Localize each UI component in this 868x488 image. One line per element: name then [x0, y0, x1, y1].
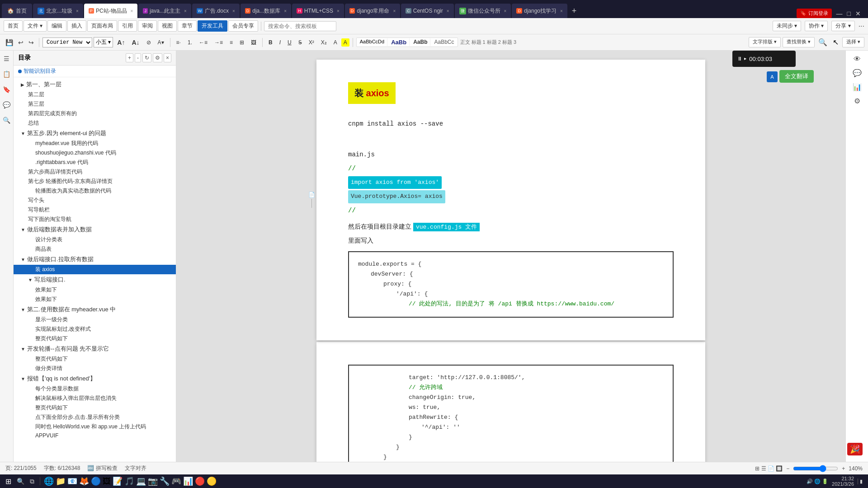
tab-homepage[interactable]: 🏠 首页	[2, 4, 32, 18]
toc-item[interactable]: 总结	[14, 118, 176, 128]
toc-item[interactable]: 写下面的淘宝导航	[14, 215, 176, 224]
spell-check-btn[interactable]: 🔤 拼写检查	[87, 465, 117, 472]
right-icon-3[interactable]: 📊	[853, 83, 862, 91]
toc-item[interactable]: ▼ 开发轮播--点有问题 先不显示它	[14, 343, 176, 354]
toc-item[interactable]: ▼ 第五步.因为 element-ui 的问题	[14, 128, 176, 139]
nav-icon-1[interactable]: ☰	[4, 53, 9, 64]
toc-item[interactable]: 整页代码如下	[14, 403, 176, 413]
style-normal[interactable]: AaBbCcDd	[357, 38, 387, 46]
win-search-icon[interactable]: 🔍	[15, 478, 26, 485]
toc-item[interactable]: 每个分类显示数据	[14, 384, 176, 394]
share-btn[interactable]: 分享 ▾	[831, 21, 854, 31]
toc-item[interactable]: shoushuojieguo.zhanshi.vue 代码	[14, 148, 176, 158]
toc-item[interactable]: myheader.vue 我用的代码	[14, 139, 176, 148]
win-app-9[interactable]: 💻	[136, 476, 146, 486]
win-app-13[interactable]: 📊	[183, 476, 193, 486]
close-icon[interactable]: ×	[337, 9, 340, 14]
font-color-btn[interactable]: A▾	[155, 38, 167, 47]
close-icon[interactable]: ×	[447, 9, 449, 14]
win-app-1[interactable]: 🌐	[44, 476, 54, 486]
tab-wechat[interactable]: 微 微信公众号所 ×	[455, 4, 511, 18]
toc-item[interactable]: 写个头	[14, 196, 176, 205]
menu-edit[interactable]: 编辑	[47, 20, 66, 32]
win-app-14[interactable]: 🔴	[195, 476, 205, 486]
video-play-icon[interactable]: ⏸ ▶	[737, 56, 746, 62]
decrease-indent-btn[interactable]: ←≡	[196, 38, 210, 47]
tab-django-study[interactable]: D django找学习 ×	[512, 4, 567, 18]
select-btn[interactable]: 选择 ▾	[842, 37, 864, 47]
cursor-icon[interactable]: ↖	[831, 37, 840, 47]
menu-reference[interactable]: 引用	[118, 20, 137, 32]
menu-file[interactable]: 文件 ▾	[24, 20, 47, 32]
font-name-select[interactable]: Courier New	[42, 38, 92, 47]
close-icon[interactable]: ×	[504, 9, 507, 14]
align-btns[interactable]: ≡	[227, 38, 236, 47]
toc-item[interactable]: ▶ 第一、第一层	[14, 79, 176, 90]
nav-icon-2[interactable]: 📋	[3, 69, 10, 80]
close-icon[interactable]: ×	[232, 9, 235, 14]
tab-centos[interactable]: C CentOS ngir ×	[401, 4, 453, 18]
search-template-input[interactable]	[264, 21, 336, 31]
restore-btn[interactable]: □	[847, 10, 851, 17]
close-icon[interactable]: ×	[284, 9, 287, 14]
zoom-in-btn[interactable]: +	[842, 465, 845, 472]
user-login-btn[interactable]: 🔖 订阅登录	[797, 9, 831, 18]
toc-item[interactable]: ▼ 写后端接口.	[14, 274, 176, 285]
save-icon[interactable]: 💾	[4, 38, 15, 47]
toc-item[interactable]: 实现鼠标划过,改变样式	[14, 324, 176, 334]
nav-icon-5[interactable]: 🔍	[3, 115, 10, 126]
font-size-dropdown[interactable]: 小五 ▾	[94, 37, 113, 47]
smart-toc-btn[interactable]: 智能识别目录	[24, 67, 56, 75]
bold-btn[interactable]: B	[266, 38, 275, 47]
tab-django[interactable]: D django常用命 ×	[345, 4, 400, 18]
toc-item[interactable]: 设计分类表	[14, 235, 176, 244]
font-color2-btn[interactable]: A	[331, 38, 340, 47]
more-btn[interactable]: ···	[859, 22, 864, 30]
number-list-btn[interactable]: 1.	[185, 38, 195, 47]
win-task-view[interactable]: ⧉	[28, 478, 36, 485]
table-btn[interactable]: ⊞	[237, 38, 247, 47]
toc-item[interactable]: 写导航栏	[14, 205, 176, 215]
win-app-12[interactable]: 🎮	[171, 476, 181, 486]
zoom-slider[interactable]	[793, 465, 838, 472]
style-h1[interactable]: AaBb	[388, 38, 410, 46]
style-h2[interactable]: AaBb	[410, 38, 430, 46]
toc-item[interactable]: 整页代码如下	[14, 334, 176, 343]
toc-item[interactable]: 点下面全部分步.点击.显示所有分类	[14, 413, 176, 422]
tab-ad[interactable]: W 广告.docx ×	[192, 4, 240, 18]
find-replace-btn[interactable]: 查找替换 ▾	[783, 37, 815, 47]
win-app-5[interactable]: 🔵	[91, 476, 101, 486]
win-app-2[interactable]: 📁	[56, 476, 66, 486]
win-app-7[interactable]: 📝	[113, 476, 123, 486]
text-align-btn[interactable]: 文字对齐	[125, 465, 146, 472]
tab-pc[interactable]: P PC站-物品品 ×	[84, 4, 138, 18]
win-app-10[interactable]: 📷	[148, 476, 158, 486]
tab-dja[interactable]: D dja...数据库 ×	[241, 4, 291, 18]
menu-dev[interactable]: 开发工具	[198, 20, 227, 32]
toc-item[interactable]: 效果如下	[14, 295, 176, 304]
menu-review[interactable]: 审阅	[138, 20, 157, 32]
toc-item[interactable]: ▼ 做后端接口.拉取所有数据	[14, 254, 176, 265]
menu-layout[interactable]: 页面布局	[87, 20, 117, 32]
win-app-4[interactable]: 🦊	[79, 476, 89, 486]
win-app-11[interactable]: 🔧	[160, 476, 170, 486]
toc-item[interactable]: 整页代码如下	[14, 354, 176, 364]
minimize-btn[interactable]: —	[836, 10, 843, 17]
win-app-8[interactable]: 🎵	[124, 476, 134, 486]
subscript-btn[interactable]: X₂	[318, 38, 330, 47]
zoom-out-btn[interactable]: −	[786, 465, 789, 472]
sidebar-close-icon[interactable]: ×	[164, 53, 171, 62]
right-icon-2[interactable]: 💬	[853, 69, 862, 77]
toc-item[interactable]: 第七步 轮播图代码-京东商品详情页	[14, 177, 176, 186]
increase-indent-btn[interactable]: →≡	[212, 38, 226, 47]
tab-beijing[interactable]: 北 北京...垃圾 ×	[33, 4, 83, 18]
toc-item[interactable]: 效果如下	[14, 285, 176, 295]
bullet-list-btn[interactable]: ≡·	[174, 38, 184, 47]
decrease-font-btn[interactable]: A↓	[129, 38, 142, 47]
underline-btn[interactable]: U	[285, 38, 294, 47]
search-doc-icon[interactable]: 🔍	[816, 37, 829, 47]
toc-item[interactable]: 第三层	[14, 99, 176, 109]
tab-html[interactable]: H HTML+CSS ×	[292, 4, 344, 18]
toc-item[interactable]: 第四层完成页所有的	[14, 109, 176, 118]
text-layout-btn[interactable]: 文字排版 ▾	[749, 37, 781, 47]
